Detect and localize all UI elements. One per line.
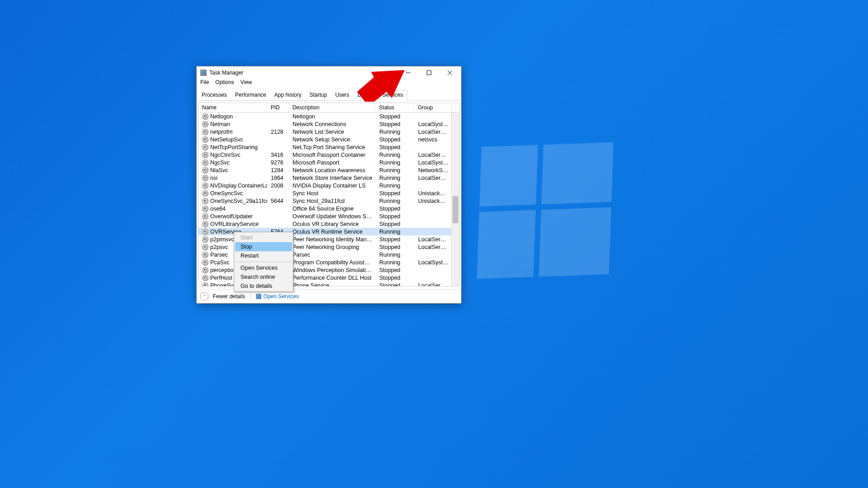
scrollbar[interactable] — [451, 113, 459, 286]
service-pid — [267, 215, 289, 218]
service-row[interactable]: NetmanNetwork ConnectionsStoppedLocalSys… — [198, 120, 459, 128]
ctx-restart[interactable]: Restart — [235, 251, 292, 260]
service-name: NgcSvc — [210, 160, 230, 166]
service-row[interactable]: OneSyncSvc_29a11fcd5644Sync Host_29a11fc… — [198, 197, 459, 205]
service-icon — [202, 175, 208, 181]
service-row[interactable]: NlaSvc1284Network Location AwarenessRunn… — [198, 166, 459, 174]
service-group — [415, 207, 452, 210]
svg-rect-1 — [427, 71, 431, 75]
service-group — [415, 146, 452, 149]
service-icon — [202, 152, 208, 158]
service-row[interactable]: NVDisplay.ContainerLocalS...2008NVIDIA D… — [198, 182, 459, 189]
col-description[interactable]: Description — [289, 103, 376, 112]
menu-view[interactable]: View — [241, 79, 252, 88]
service-icon — [202, 221, 208, 227]
service-row[interactable]: NetlogonNetlogonStopped — [198, 113, 459, 120]
service-row[interactable]: OVRLibraryServiceOculus VR Library Servi… — [198, 220, 459, 228]
service-name: p2psvc — [210, 244, 228, 250]
window-title: Task Manager — [209, 70, 243, 76]
service-group — [415, 277, 452, 279]
service-icon — [202, 190, 208, 197]
service-group: LocalServiceP... — [415, 243, 452, 252]
service-name: Parsec — [210, 252, 228, 258]
windows-logo — [477, 142, 613, 278]
service-name: Netlogon — [210, 113, 233, 120]
tab-bar: ProcessesPerformanceApp historyStartupUs… — [197, 90, 461, 101]
service-pid — [267, 115, 289, 118]
ctx-search-online[interactable]: Search online — [235, 272, 292, 282]
service-icon — [202, 275, 208, 281]
menu-file[interactable]: File — [200, 79, 209, 88]
col-group[interactable]: Group — [414, 103, 451, 112]
tab-app-history[interactable]: App history — [270, 90, 306, 101]
chevron-up-icon[interactable]: ˄ — [200, 292, 208, 300]
service-pid: 5644 — [267, 197, 289, 206]
service-group — [415, 115, 452, 118]
service-name: NlaSvc — [210, 167, 228, 174]
tab-processes[interactable]: Processes — [198, 90, 231, 101]
service-name: OneSyncSvc — [210, 190, 243, 197]
service-row[interactable]: netprofm2128Network List ServiceRunningL… — [198, 128, 459, 136]
service-name: netprofm — [210, 129, 232, 135]
col-name[interactable]: Name — [198, 103, 267, 112]
service-icon — [202, 206, 208, 212]
service-name: Netman — [210, 121, 230, 127]
maximize-button[interactable] — [419, 66, 439, 79]
service-icon — [202, 252, 208, 258]
tab-performance[interactable]: Performance — [231, 90, 270, 101]
tab-services[interactable]: Services — [378, 90, 407, 101]
service-icon — [202, 183, 208, 189]
service-name: nsi — [210, 175, 217, 181]
minimize-button[interactable] — [398, 66, 419, 79]
service-pid: 2008 — [267, 181, 289, 190]
service-name: NetTcpPortSharing — [210, 144, 258, 150]
service-group: LocalService — [415, 281, 452, 286]
service-row[interactable]: NetSetupSvcNetwork Setup ServiceStoppedn… — [198, 136, 459, 143]
tab-details[interactable]: Details — [354, 90, 378, 101]
ctx-go-to-details[interactable]: Go to details — [235, 282, 292, 291]
service-group: netsvcs — [415, 135, 452, 144]
service-group: UnistackSvcGr... — [415, 197, 452, 206]
context-menu: Start Stop Restart Open Services Search … — [234, 232, 293, 292]
service-row[interactable]: NgcSvc9276Microsoft PassportRunningLocal… — [198, 159, 459, 166]
service-icon — [202, 213, 208, 220]
tab-users[interactable]: Users — [331, 90, 353, 101]
app-icon — [200, 70, 207, 76]
service-row[interactable]: NetTcpPortSharingNet.Tcp Port Sharing Se… — [198, 143, 459, 151]
ctx-open-services[interactable]: Open Services — [235, 263, 292, 272]
service-icon — [202, 121, 208, 127]
menubar: File Options View — [197, 79, 461, 90]
service-row[interactable]: NgcCtnrSvc3416Microsoft Passport Contain… — [198, 151, 459, 159]
service-pid — [267, 223, 289, 225]
service-desc: Phone Service — [289, 281, 376, 286]
service-name: OVRLibraryService — [210, 221, 259, 227]
service-name: PerfHost — [210, 275, 232, 281]
service-group — [415, 215, 452, 218]
service-group — [415, 230, 452, 233]
tab-startup[interactable]: Startup — [306, 90, 331, 101]
service-row[interactable]: OneSyncSvcSync HostStoppedUnistackSvcGr.… — [198, 189, 459, 197]
col-pid[interactable]: PID — [267, 103, 289, 112]
scroll-thumb[interactable] — [453, 196, 458, 223]
service-row[interactable]: nsi1864Network Store Interface ServiceRu… — [198, 174, 459, 182]
desktop-background: Task Manager File Options View Processes… — [0, 0, 868, 488]
service-name: p2pimsvc — [210, 236, 234, 243]
fewer-details-link[interactable]: Fewer details — [213, 293, 245, 300]
ctx-stop[interactable]: Stop — [235, 242, 292, 251]
close-button[interactable] — [439, 66, 460, 79]
menu-options[interactable]: Options — [215, 79, 234, 88]
service-icon — [202, 113, 208, 120]
service-pid — [267, 123, 289, 126]
service-name: PcaSvc — [210, 259, 229, 266]
titlebar[interactable]: Task Manager — [197, 66, 461, 79]
open-services-link[interactable]: Open Services — [256, 293, 299, 300]
service-name: PhoneSvc — [210, 282, 236, 286]
table-header: Name PID Description Status Group — [198, 103, 459, 113]
service-row[interactable]: OverwolfUpdaterOverwolf Updater Windows … — [198, 212, 459, 220]
service-icon — [202, 259, 208, 266]
col-status[interactable]: Status — [375, 103, 414, 112]
service-row[interactable]: ose64Office 64 Source EngineStopped — [198, 205, 459, 212]
service-icon — [202, 167, 208, 174]
service-name: NVDisplay.ContainerLocalS... — [210, 183, 267, 189]
service-icon — [202, 160, 208, 166]
